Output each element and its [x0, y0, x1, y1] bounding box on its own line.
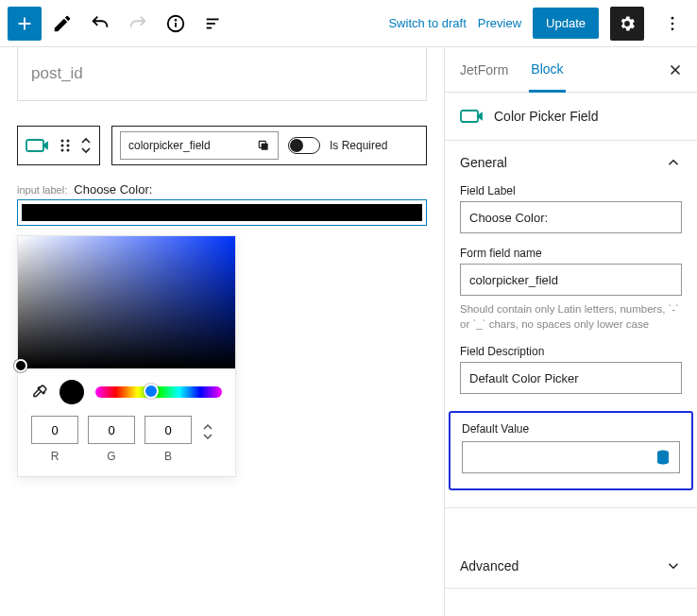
- r-label: R: [51, 450, 60, 463]
- switch-to-draft-link[interactable]: Switch to draft: [388, 16, 466, 30]
- color-picker: R G B: [17, 235, 236, 477]
- default-value-label: Default Value: [462, 422, 680, 436]
- saturation-handle[interactable]: [14, 359, 27, 372]
- saturation-area[interactable]: [18, 236, 235, 368]
- b-label: B: [164, 450, 172, 463]
- block-type-name: Color Picker Field: [494, 109, 598, 124]
- move-handles[interactable]: [80, 136, 92, 155]
- default-value-input[interactable]: [462, 441, 680, 473]
- info-button[interactable]: [159, 7, 193, 41]
- format-swap-icon[interactable]: [201, 421, 218, 442]
- svg-point-12: [61, 145, 64, 147]
- add-block-button[interactable]: [8, 7, 42, 41]
- hue-handle[interactable]: [144, 384, 159, 399]
- redo-button: [121, 7, 155, 41]
- block-toolbar-right: colorpicker_field Is Required: [111, 126, 427, 165]
- block-type-icon: [460, 108, 484, 125]
- svg-point-13: [67, 145, 70, 147]
- post-title-row[interactable]: post_id: [17, 47, 427, 101]
- undo-button[interactable]: [83, 7, 117, 41]
- field-label-label: Field Label: [460, 184, 682, 197]
- is-required-toggle[interactable]: [288, 137, 320, 154]
- copy-icon[interactable]: [257, 139, 270, 152]
- general-panel-toggle[interactable]: General: [445, 141, 697, 184]
- b-input[interactable]: [144, 416, 192, 444]
- more-options-button[interactable]: [655, 7, 689, 41]
- drag-handle-icon[interactable]: [60, 138, 71, 153]
- svg-point-15: [67, 149, 70, 152]
- form-field-name-hint: Should contain only Latin letters, numbe…: [460, 301, 682, 332]
- svg-rect-9: [26, 140, 43, 151]
- color-preview-circle: [60, 380, 84, 404]
- g-label: G: [107, 450, 115, 463]
- preview-link[interactable]: Preview: [478, 16, 521, 30]
- update-button[interactable]: Update: [533, 8, 599, 39]
- svg-point-7: [672, 22, 674, 25]
- advanced-panel-toggle[interactable]: Advanced: [445, 544, 697, 588]
- chevron-up-icon: [665, 154, 682, 171]
- database-icon[interactable]: [654, 449, 672, 466]
- eyedropper-icon[interactable]: [31, 384, 48, 401]
- hue-slider[interactable]: [95, 386, 222, 398]
- svg-point-2: [176, 19, 177, 20]
- chevron-down-icon: [665, 557, 682, 574]
- svg-point-8: [672, 27, 674, 30]
- block-toolbar-left: [17, 126, 100, 165]
- form-field-name-label: Form field name: [460, 247, 682, 260]
- outline-button[interactable]: [196, 7, 230, 41]
- edit-button[interactable]: [45, 7, 79, 41]
- svg-rect-16: [262, 144, 268, 150]
- settings-button[interactable]: [610, 7, 644, 41]
- color-swatch[interactable]: [17, 199, 427, 226]
- block-type-icon[interactable]: [26, 137, 50, 154]
- field-description-label: Field Description: [460, 345, 682, 358]
- post-title-placeholder: post_id: [31, 64, 83, 82]
- tab-block[interactable]: Block: [529, 48, 565, 93]
- form-field-name-input[interactable]: colorpicker_field: [460, 264, 682, 296]
- g-input[interactable]: [88, 416, 135, 444]
- svg-point-10: [61, 140, 64, 143]
- svg-point-11: [67, 140, 70, 143]
- tab-jetform[interactable]: JetForm: [458, 49, 510, 91]
- field-name-input[interactable]: colorpicker_field: [120, 131, 279, 160]
- is-required-label: Is Required: [330, 139, 387, 152]
- field-label-input[interactable]: Choose Color:: [460, 201, 682, 233]
- svg-rect-18: [461, 111, 478, 122]
- r-input[interactable]: [31, 416, 78, 444]
- current-color-swatch: [22, 204, 422, 221]
- svg-point-6: [672, 16, 674, 19]
- field-description-input[interactable]: Default Color Picker: [460, 362, 682, 394]
- input-label-row: input label: Choose Color:: [17, 182, 427, 197]
- svg-point-14: [61, 149, 64, 152]
- close-sidebar-button[interactable]: [667, 61, 684, 78]
